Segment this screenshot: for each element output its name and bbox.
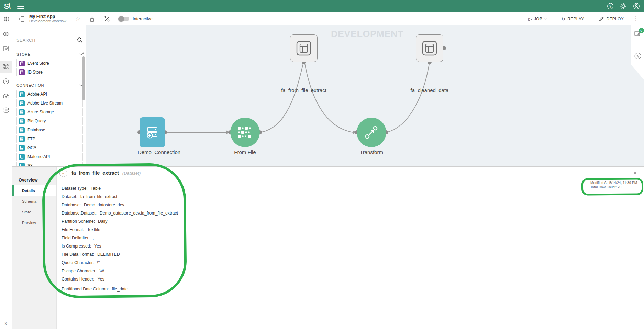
inspector-type-label: (Dataset) [122,171,141,176]
detail-row: Field Delimiter: , [62,234,644,242]
palette-item[interactable]: FTP [16,135,83,143]
chevron-down-icon [544,17,547,20]
preview-eye-icon[interactable] [0,28,12,40]
storage-stack-icon[interactable] [0,104,12,116]
replay-button[interactable]: ↻ REPLAY [561,16,584,22]
app-subtitle: Development Workflow [29,19,66,23]
job-button[interactable]: ▷ JOB [528,16,547,22]
collapse-panel-icon[interactable]: « [59,169,67,177]
app-logo: S\ [4,2,10,10]
disconnect-icon[interactable] [104,16,110,22]
inspector-tab[interactable]: Preview [12,217,56,228]
detail-row: File Data Format: DELIMITED [62,250,644,259]
node-transform[interactable] [357,118,386,147]
palette-item[interactable]: Big Query [16,117,83,125]
scroll-up-arrow[interactable] [82,52,85,54]
node-fa-cleaned-data[interactable] [416,34,443,62]
inspector-tab[interactable]: State [12,207,56,217]
history-clock-icon[interactable] [0,75,12,87]
node-from-file[interactable] [230,118,260,147]
node-palette: STORE Event Store ID Store [12,25,86,166]
palette-item[interactable]: Adobe API [16,90,83,98]
workflow-toolbar: My First App Development Workflow ☆ Inte… [0,12,644,25]
store-item-list: Event Store ID Store [16,59,83,76]
search-input[interactable] [16,38,77,43]
database-connection-icon [145,125,160,140]
replay-icon: ↻ [561,16,565,22]
palette-search [16,37,83,45]
matomo-api-icon [19,154,25,160]
detail-value: Yes [98,277,104,282]
inspector-tab-label: Preview [22,221,36,225]
detail-label: Is Compressed: [62,244,91,249]
inspector-tab[interactable]: Schema [12,196,56,207]
svg-text:?: ? [609,4,611,8]
detail-value: file_date [112,287,128,292]
deploy-button[interactable]: DEPLOY [599,16,624,22]
node-fa-from-file-extract[interactable] [290,34,318,62]
palette-item[interactable]: S3 [16,162,83,166]
hamburger-menu-icon[interactable] [17,2,24,10]
detail-row: Is Compressed: Yes [62,242,644,250]
account-icon[interactable] [633,3,640,10]
palette-item-label: Adobe API [27,92,47,97]
palette-item[interactable]: Event Store [16,59,83,67]
adobe-api-icon [19,91,25,97]
section-header-connection[interactable]: CONNECTION [16,83,82,87]
palette-item[interactable]: ID Store [16,68,83,76]
detail-label: Dataset Type: [62,186,88,191]
exit-workflow-icon[interactable] [18,15,26,23]
connection-item-list: Adobe API Adobe Live Stream Azure Storag… [16,90,83,166]
node-label: fa_from_file_extract [263,87,345,93]
overview-section-toggle[interactable]: Overview [12,175,56,185]
palette-item-label: Matomo API [27,154,50,159]
detail-value: Table [91,186,101,191]
chevron-down-icon [49,178,52,182]
palette-scrollbar[interactable] [82,56,85,100]
interactive-toggle[interactable] [119,17,129,21]
report-icon[interactable]: 0 [634,30,642,38]
detail-value: , [93,235,94,240]
pulse-icon[interactable] [634,52,642,60]
detail-label: Contains Header: [62,277,95,282]
pipeline-builder-icon[interactable] [0,61,12,73]
settings-gear-icon[interactable] [620,3,627,10]
search-icon[interactable] [77,37,83,43]
edit-compose-icon[interactable] [0,43,12,54]
apps-grid-icon[interactable] [3,16,9,22]
detail-row: Database: Demo_datastore_dev [62,201,644,209]
node-demo-connection[interactable] [140,117,165,147]
inspector-tab-label: Details [22,189,35,193]
inspector-tab-label: Schema [22,199,36,204]
help-icon[interactable]: ? [607,3,614,10]
lock-icon[interactable] [89,16,95,22]
rail-divider [0,58,12,58]
detail-value: Textfile [87,227,100,232]
expand-rail-button[interactable]: » [0,318,12,329]
azure-storage-icon [19,109,25,115]
palette-item[interactable]: Azure Storage [16,108,83,116]
inspector-tab[interactable]: Details [12,185,56,196]
detail-label: Quote Character: [62,260,94,265]
section-header-store[interactable]: STORE [16,52,82,56]
palette-item-label: Adobe Live Stream [27,101,63,106]
id-store-icon [19,69,25,75]
detail-row: Contains Header: Yes [62,275,644,283]
node-label: Demo_Connection [118,149,200,155]
palette-item[interactable]: GCS [16,144,83,152]
close-panel-icon[interactable]: × [626,169,644,177]
detail-value: Yes [94,244,101,249]
modified-at-text: Modified At: 5/14/24, 11:39 PM [590,180,637,185]
more-options-icon[interactable]: ⋮ [633,15,639,22]
inspector-content: « fa_from_file_extract (Dataset) × Datas… [56,167,644,329]
monitor-gauge-icon[interactable] [0,90,12,101]
inspector-title: fa_from_file_extract [71,170,119,176]
palette-item[interactable]: Database [16,126,83,134]
workflow-canvas[interactable]: DEVELOPMENT fa_from_file_e [86,25,644,166]
detail-value: fa_from_file_extract [80,194,118,199]
palette-item[interactable]: Matomo API [16,153,83,161]
favorite-star-icon[interactable]: ☆ [75,15,80,22]
inspector-tab-list: Details Schema State Preview [12,185,56,228]
palette-item[interactable]: Adobe Live Stream [16,99,83,107]
gcs-icon [19,145,25,151]
